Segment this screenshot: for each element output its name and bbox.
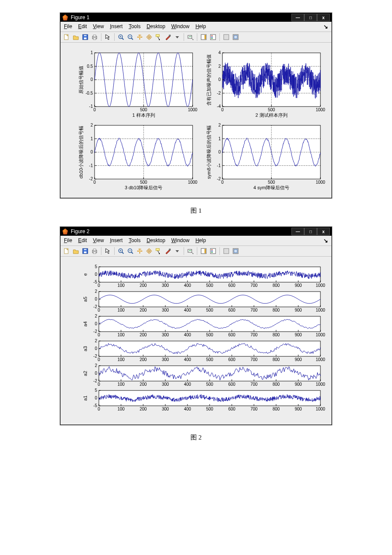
datacursor-icon[interactable] <box>154 33 163 41</box>
new-file-icon[interactable] <box>62 247 71 255</box>
svg-text:2: 2 <box>218 123 221 127</box>
svg-text:400: 400 <box>184 332 191 337</box>
pan-icon[interactable] <box>135 33 144 41</box>
zoom-out-icon[interactable] <box>126 33 135 41</box>
svg-text:5: 5 <box>95 388 97 393</box>
menu-desktop[interactable]: Desktop <box>147 237 165 244</box>
figure1-charts: 05001000-1-0.500.511 样本序列原始信号幅值05001000-… <box>65 49 327 194</box>
svg-text:200: 200 <box>140 407 147 411</box>
svg-text:500: 500 <box>206 357 213 362</box>
menu-window[interactable]: Window <box>171 237 190 244</box>
save-icon[interactable] <box>81 247 89 255</box>
menu-tools[interactable]: Tools <box>129 237 141 244</box>
hide-plot-icon[interactable] <box>222 33 231 41</box>
print-icon[interactable] <box>90 247 99 255</box>
svg-text:含有已加噪声的信号幅值: 含有已加噪声的信号幅值 <box>206 54 211 106</box>
svg-text:-2: -2 <box>93 304 97 309</box>
print-icon[interactable] <box>90 33 99 41</box>
svg-text:0: 0 <box>221 107 224 112</box>
menu-insert[interactable]: Insert <box>110 23 123 30</box>
svg-text:-0.5: -0.5 <box>86 91 93 95</box>
svg-text:700: 700 <box>251 357 258 362</box>
rotate3d-icon[interactable] <box>145 33 153 41</box>
edit-arrow-icon[interactable] <box>104 247 112 255</box>
svg-text:2: 2 <box>95 314 97 318</box>
menu-help[interactable]: Help <box>196 237 206 244</box>
colorbar-icon[interactable] <box>199 33 208 41</box>
link-data-icon[interactable] <box>186 33 195 41</box>
menu-edit[interactable]: Edit <box>78 23 87 30</box>
open-file-icon[interactable] <box>72 247 80 255</box>
svg-text:500: 500 <box>140 107 147 112</box>
svg-text:1000: 1000 <box>316 382 326 387</box>
show-plot-icon[interactable] <box>231 247 240 255</box>
close-button[interactable]: x <box>317 228 330 235</box>
svg-text:700: 700 <box>251 283 258 288</box>
svg-text:900: 900 <box>295 283 302 288</box>
plot-area: 01002003004005006007008009001000-505e010… <box>61 257 331 425</box>
save-icon[interactable] <box>81 33 89 41</box>
hide-plot-icon[interactable] <box>222 247 231 255</box>
link-data-icon[interactable] <box>186 247 195 255</box>
svg-rect-142 <box>156 249 159 251</box>
datacursor-icon[interactable] <box>154 247 163 255</box>
svg-text:a3: a3 <box>83 346 88 351</box>
svg-text:900: 900 <box>295 332 302 337</box>
maximize-button[interactable]: □ <box>304 228 317 235</box>
svg-rect-127 <box>84 249 86 250</box>
colorbar-icon[interactable] <box>199 247 208 255</box>
minimize-button[interactable]: — <box>291 228 304 235</box>
menu-desktop[interactable]: Desktop <box>147 23 165 30</box>
open-file-icon[interactable] <box>72 33 80 41</box>
figure-window-1: Figure 1 — □ x File Edit View Insert Too… <box>60 13 332 198</box>
svg-text:0: 0 <box>98 332 100 337</box>
show-plot-icon[interactable] <box>231 33 240 41</box>
svg-text:100: 100 <box>118 357 125 362</box>
dropdown-arrow-icon[interactable] <box>173 247 182 255</box>
svg-text:0: 0 <box>98 283 100 288</box>
new-file-icon[interactable] <box>62 33 71 41</box>
svg-rect-126 <box>84 251 86 253</box>
zoom-in-icon[interactable] <box>117 247 125 255</box>
svg-line-136 <box>131 252 133 254</box>
svg-text:-2: -2 <box>93 379 97 383</box>
pan-icon[interactable] <box>135 247 144 255</box>
dock-toggle-icon[interactable]: ↘ <box>323 23 328 30</box>
svg-text:1000: 1000 <box>316 308 326 312</box>
dropdown-arrow-icon[interactable] <box>173 33 182 41</box>
menu-insert[interactable]: Insert <box>110 237 123 244</box>
svg-rect-149 <box>210 249 216 254</box>
menu-file[interactable]: File <box>64 23 72 30</box>
titlebar[interactable]: Figure 1 — □ x <box>61 13 331 22</box>
maximize-button[interactable]: □ <box>304 14 317 21</box>
legend-icon[interactable] <box>209 33 217 41</box>
svg-text:600: 600 <box>228 357 236 362</box>
menu-tools[interactable]: Tools <box>129 23 141 30</box>
edit-arrow-icon[interactable] <box>104 33 112 41</box>
zoom-in-icon[interactable] <box>117 33 125 41</box>
titlebar[interactable]: Figure 2 — □ x <box>61 227 331 236</box>
menu-help[interactable]: Help <box>196 23 206 30</box>
svg-text:-2: -2 <box>217 91 221 95</box>
brush-icon[interactable] <box>164 247 172 255</box>
zoom-out-icon[interactable] <box>126 247 135 255</box>
window-title: Figure 1 <box>71 14 89 20</box>
svg-text:500: 500 <box>206 283 213 288</box>
menu-view[interactable]: View <box>93 23 104 30</box>
menu-edit[interactable]: Edit <box>78 237 87 244</box>
svg-text:600: 600 <box>228 407 236 411</box>
legend-icon[interactable] <box>209 247 217 255</box>
menubar: File Edit View Insert Tools Desktop Wind… <box>61 22 331 32</box>
rotate3d-icon[interactable] <box>145 247 153 255</box>
menu-file[interactable]: File <box>64 237 72 244</box>
dock-toggle-icon[interactable]: ↘ <box>323 237 328 244</box>
brush-icon[interactable] <box>164 33 172 41</box>
minimize-button[interactable]: — <box>291 14 304 21</box>
menu-window[interactable]: Window <box>171 23 190 30</box>
svg-text:300: 300 <box>162 382 169 387</box>
svg-text:0: 0 <box>98 357 100 362</box>
svg-text:4 sym降噪后信号: 4 sym降噪后信号 <box>254 185 289 190</box>
svg-text:2: 2 <box>95 363 97 368</box>
menu-view[interactable]: View <box>93 237 104 244</box>
close-button[interactable]: x <box>317 14 330 21</box>
